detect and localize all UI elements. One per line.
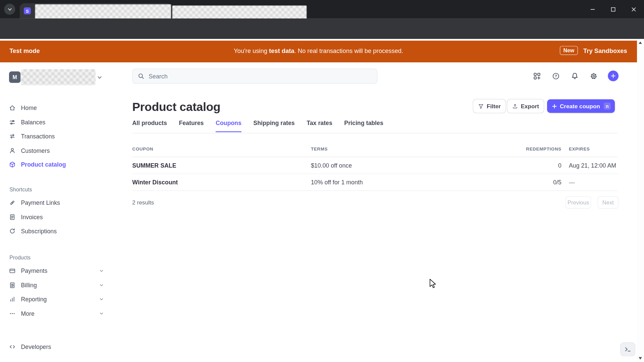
column-header-coupon: COUPON — [132, 146, 311, 152]
chevron-down-icon — [97, 75, 102, 80]
more-icon — [9, 310, 16, 317]
tab-all-products[interactable]: All products — [132, 120, 167, 132]
developers-icon — [9, 344, 16, 350]
account-avatar: M — [9, 71, 20, 83]
export-icon — [512, 103, 518, 109]
coupon-redemptions: 0/5 — [492, 179, 561, 186]
help-icon[interactable]: ? — [549, 69, 563, 83]
column-header-redemptions: REDEMPTIONS — [492, 146, 561, 152]
export-label: Export — [521, 103, 539, 110]
tab-tax-rates[interactable]: Tax rates — [307, 120, 332, 132]
sidebar-item-label: Customers — [21, 147, 50, 154]
apps-icon[interactable] — [530, 69, 544, 83]
minimize-button[interactable] — [582, 0, 603, 18]
sidebar-item-label: Billing — [21, 282, 37, 289]
coupons-table: COUPON TERMS REDEMPTIONS EXPIRES SUMMER … — [132, 133, 618, 191]
page-title: Product catalog — [132, 100, 220, 114]
sidebar-item-home[interactable]: Home — [0, 101, 113, 115]
sidebar-item-developers[interactable]: Developers — [0, 340, 113, 354]
browser-toolbar: Incognito — [0, 18, 644, 39]
create-coupon-button[interactable]: Create coupon n — [547, 99, 615, 113]
keyboard-shortcut-badge: n — [604, 103, 611, 110]
page-scrollbar[interactable] — [637, 40, 644, 362]
close-button[interactable] — [624, 0, 644, 18]
maximize-button[interactable] — [603, 0, 624, 18]
coupon-expires: — — [561, 179, 618, 186]
notifications-bell-icon[interactable] — [568, 69, 582, 83]
main-content: ? Product catalog Filter Export Create c… — [113, 62, 637, 362]
sidebar-item-customers[interactable]: Customers — [0, 143, 113, 158]
sidebar-item-payment-links[interactable]: Payment Links — [0, 196, 113, 210]
coupon-name: Winter Discount — [132, 179, 311, 186]
coupon-redemptions: 0 — [492, 162, 561, 169]
test-mode-banner: Test mode You're using test data. No rea… — [0, 41, 637, 62]
sidebar-item-invoices[interactable]: Invoices — [0, 210, 113, 224]
home-icon — [9, 105, 16, 112]
search-bar — [132, 68, 377, 83]
sidebar-item-product-catalog[interactable]: Product catalog — [0, 158, 113, 172]
sidebar-item-label: Home — [21, 105, 37, 112]
products-section-label: Products — [9, 254, 31, 260]
sidebar-item-label: Payments — [21, 268, 47, 275]
chevron-down-icon — [99, 297, 104, 302]
coupon-terms: $10.00 off once — [311, 162, 492, 169]
account-switcher[interactable]: M — [0, 62, 113, 92]
plus-icon — [611, 73, 616, 78]
chevron-down-icon — [99, 311, 104, 316]
blurred-account-name — [20, 69, 96, 85]
column-header-terms: TERMS — [311, 146, 492, 152]
try-sandboxes-link[interactable]: Try Sandboxes — [583, 47, 627, 54]
sidebar-item-label: Invoices — [21, 214, 43, 221]
browser-tab-strip: S — [0, 0, 644, 18]
results-count: 2 results — [132, 199, 154, 206]
scroll-down-arrow-icon[interactable] — [639, 357, 642, 359]
sidebar-item-label: Subscriptions — [21, 228, 57, 235]
sidebar-item-balances[interactable]: Balances — [0, 115, 113, 129]
sidebar-item-reporting[interactable]: Reporting — [0, 292, 113, 306]
billing-icon — [9, 282, 16, 289]
tab-search-button[interactable] — [4, 4, 15, 15]
sidebar-item-label: Transactions — [21, 133, 55, 140]
sidebar-item-billing[interactable]: Billing — [0, 278, 113, 292]
sidebar-item-label: Reporting — [21, 296, 47, 303]
tab-features[interactable]: Features — [179, 120, 204, 132]
plus-icon — [552, 104, 557, 109]
sidebar-item-transactions[interactable]: Transactions — [0, 129, 113, 143]
chevron-down-icon — [99, 268, 104, 274]
coupon-terms: 10% off for 1 month — [311, 179, 492, 186]
filter-button[interactable]: Filter — [473, 99, 506, 113]
tab-coupons[interactable]: Coupons — [216, 120, 241, 132]
sidebar-item-label: Developers — [21, 344, 51, 350]
create-plus-button[interactable] — [608, 71, 619, 81]
previous-page-button[interactable]: Previous — [566, 197, 590, 208]
sidebar-item-more[interactable]: More — [0, 306, 113, 320]
export-button[interactable]: Export — [507, 99, 544, 113]
table-row[interactable]: SUMMER SALE $10.00 off once 0 Aug 21, 12… — [132, 157, 618, 174]
sidebar-item-payments[interactable]: Payments — [0, 264, 113, 278]
settings-gear-icon[interactable] — [587, 69, 601, 83]
terminal-button[interactable] — [621, 343, 635, 356]
window-controls — [582, 0, 644, 18]
sidebar-item-label: Balances — [21, 119, 45, 126]
next-page-button[interactable]: Next — [598, 197, 618, 208]
filter-funnel-icon — [478, 103, 484, 109]
search-input[interactable] — [132, 68, 377, 83]
sidebar: M Home Balances Transactions Customers — [0, 62, 113, 362]
invoices-icon — [9, 214, 16, 221]
balances-icon — [9, 119, 16, 126]
sidebar-item-subscriptions[interactable]: Subscriptions — [0, 224, 113, 238]
screen: S Incognito Test mode You — [0, 0, 644, 362]
sidebar-item-label: Payment Links — [21, 199, 60, 206]
customers-icon — [9, 147, 16, 154]
test-mode-message: You're using test data. No real transact… — [0, 47, 637, 54]
coupon-name: SUMMER SALE — [132, 162, 311, 169]
tab-pricing-tables[interactable]: Pricing tables — [344, 120, 383, 132]
subscriptions-icon — [9, 228, 16, 235]
sidebar-item-label: More — [21, 310, 34, 317]
table-row[interactable]: Winter Discount 10% off for 1 month 0/5 … — [132, 174, 618, 191]
coupon-expires: Aug 21, 12:00 AM — [561, 162, 618, 169]
scroll-up-arrow-icon[interactable] — [639, 42, 642, 44]
tab-shipping-rates[interactable]: Shipping rates — [253, 120, 294, 132]
payments-icon — [9, 268, 16, 275]
chevron-down-icon — [7, 7, 12, 12]
